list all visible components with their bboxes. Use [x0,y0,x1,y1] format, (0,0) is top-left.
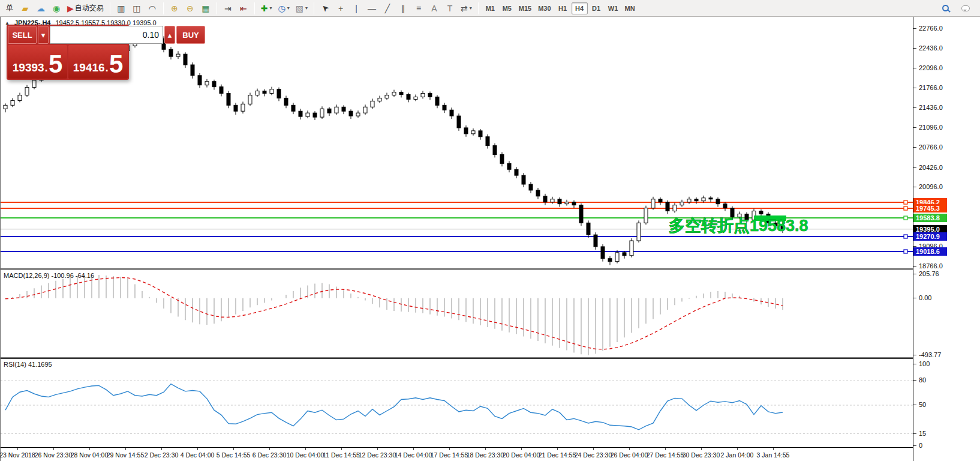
time-axis-label: 27 Dec 14:55 [647,451,684,459]
gold-icon[interactable]: ▰ [18,2,32,15]
sell-button[interactable]: SELL [8,26,37,44]
macd-label: MACD(12,26,9) -100.96 -64.16 [4,272,94,279]
chevron-down-icon[interactable]: ▾ [305,5,308,11]
chevron-down-icon[interactable]: ▾ [287,5,290,11]
macd-pane[interactable]: MACD(12,26,9) -100.96 -64.16 [1,270,913,357]
time-axis[interactable]: 23 Nov 201826 Nov 23:3028 Nov 04:0029 No… [1,447,913,461]
template-icon: ▧ [296,4,303,13]
text-label-icon: T [447,4,453,13]
text-icon[interactable]: A [427,2,441,15]
rsi-label: RSI(14) 41.1695 [4,361,52,368]
new-order-label[interactable]: 单 [2,2,17,15]
price-line-label: 19270.9 [913,232,947,241]
horizontal-line-icon[interactable]: — [365,2,379,15]
axis-tick-label: 20426.0 [913,164,943,171]
bar-chart-icon: ▥ [117,4,125,13]
one-click-trading-panel: SELL ▾ ▴ BUY 19393.5 19416.5 [7,25,129,80]
cursor-icon[interactable]: ➤ [318,2,332,15]
timeframe-button-w1[interactable]: W1 [605,2,621,14]
chevron-down-icon[interactable]: ▾ [270,5,272,11]
time-axis-label: 14 Dec 04:00 [395,451,432,459]
search-icon [942,5,949,11]
time-axis-label: 11 Dec 14:55 [323,451,360,459]
vertical-line-icon[interactable]: | [349,2,363,15]
time-axis-tick [629,448,630,450]
crosshair-icon[interactable]: + [333,2,348,15]
autotrading-icon[interactable]: ▶自动交易 [65,2,106,15]
arrows-icon[interactable]: ⇄▾ [458,2,474,15]
price-axis-column[interactable]: 22766.022436.022096.021766.021436.021096… [913,17,980,461]
bar-chart-icon[interactable]: ▥ [114,2,128,15]
axis-tick-label: 22766.0 [913,25,943,32]
time-axis-label: 23 Nov 2018 [0,451,35,459]
cloud-icon[interactable]: ☁ [34,2,48,15]
timeframe-button-d1[interactable]: D1 [588,2,605,14]
crosshair-icon: + [338,4,343,13]
fibonacci-icon: ≡ [416,4,421,13]
timeframe-button-h1[interactable]: H1 [555,2,571,14]
line-chart-icon[interactable]: ◠ [145,2,160,15]
chat-button[interactable] [958,2,973,15]
arrows-icon: ⇄ [461,4,468,13]
axis-tick-label: 80 [913,376,926,384]
buy-price-main: 19416 [73,62,105,73]
toolbar-separator [254,2,255,14]
fibonacci-icon[interactable]: ≡ [411,2,426,15]
time-axis-tick [413,448,414,450]
equidistant-channel-icon[interactable]: ∥ [396,2,410,15]
text-label-icon[interactable]: T [443,2,457,15]
timeframe-button-m30[interactable]: M30 [535,2,554,14]
time-axis-label: 26 Dec 04:00 [611,451,648,459]
candlestick-chart-icon[interactable]: ◫ [130,2,144,15]
axis-tick-label: 18766.0 [913,262,943,270]
broadcast-icon[interactable]: ◉ [49,2,64,15]
axis-tick-label: 20766.0 [913,143,943,151]
time-axis-tick [89,448,90,450]
time-axis-label: 24 Dec 23:30 [575,451,612,459]
toolbar-separator [478,2,479,14]
time-axis-label: 6 Dec 23:30 [252,451,287,459]
axis-tick-label: 21436.0 [913,104,943,111]
vertical-line-icon: | [355,4,357,13]
period-clock-icon[interactable]: ◷▾ [276,2,292,15]
tile-windows-icon[interactable]: ▦ [199,2,213,15]
timeframe-button-m1[interactable]: M1 [482,2,498,14]
timeframe-button-mn[interactable]: MN [622,2,638,14]
price-pane[interactable]: 多空转折点19583.8 ▲ JPN225-,H4 19452.5 19557.… [1,17,913,268]
zoom-out-icon[interactable]: ⊖ [183,2,197,15]
trendline-icon[interactable]: ╱ [380,2,395,15]
axis-tick-label: 20096.0 [913,183,943,190]
sell-price-display[interactable]: 19393.5 [8,45,67,79]
volume-decrease-button[interactable]: ▾ [38,26,49,44]
toolbar-separator [217,2,217,14]
buy-button[interactable]: BUY [176,26,205,44]
rsi-pane[interactable]: RSI(14) 41.1695 [1,359,913,447]
buy-price-pips: 5 [109,53,123,75]
time-axis-label: 3 Jan 14:55 [757,451,790,459]
time-axis-label: 10 Dec 04:00 [287,451,324,459]
cursor-icon: ➤ [319,2,331,14]
zoom-in-icon[interactable]: ⊕ [167,2,182,15]
volume-input[interactable] [50,26,163,44]
price-line-label: 19583.8 [913,214,947,222]
time-axis-tick [197,448,198,450]
timeframe-button-h4[interactable]: H4 [572,2,588,14]
timeframe-button-m15[interactable]: M15 [516,2,534,14]
chart-shift-icon[interactable]: ⇤ [236,2,251,15]
template-icon[interactable]: ▧▾ [293,2,310,15]
axis-tick-label: 50 [913,401,926,408]
time-axis-tick [161,448,162,450]
volume-increase-button[interactable]: ▴ [164,26,175,44]
buy-price-display[interactable]: 19416.5 [68,45,128,79]
line-chart-icon: ◠ [149,4,156,13]
timeframe-button-m5[interactable]: M5 [499,2,515,14]
chevron-down-icon[interactable]: ▾ [470,5,472,11]
time-axis-label: 18 Dec 23:30 [467,451,504,459]
gold-icon: ▰ [22,4,29,13]
chart-window: 多空转折点19583.8 ▲ JPN225-,H4 19452.5 19557.… [0,17,980,461]
auto-scroll-icon[interactable]: ⇥ [221,2,235,15]
time-axis-tick [341,448,342,450]
time-axis-label: 2 Jan 04:00 [721,451,754,459]
indicators-add-icon[interactable]: ✚▾ [258,2,275,15]
search-button[interactable] [938,2,952,15]
